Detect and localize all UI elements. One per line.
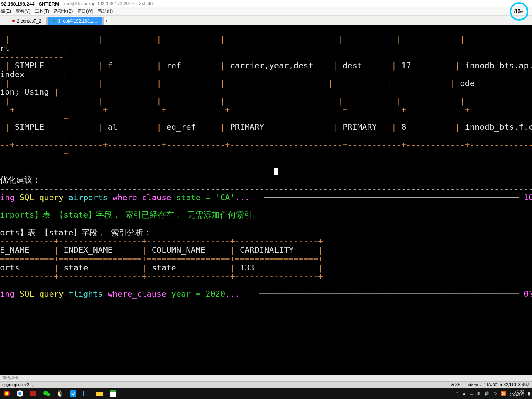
wechat-icon[interactable]	[40, 388, 53, 399]
status-dot-icon	[53, 20, 55, 22]
start-button[interactable]	[0, 388, 13, 399]
vmware-icon[interactable]	[80, 388, 93, 399]
hint-text: 前选项卡	[2, 375, 18, 380]
svg-point-1	[5, 392, 8, 395]
status-ssh: ⬘ SSH2	[451, 382, 466, 387]
taskbar: 🐧 ^ ☁ ▭ ⚞ 🔊 英 S 21:00 2024/1/6 ▮	[0, 388, 532, 399]
status-term: xterm	[468, 383, 478, 387]
host-path: upgroup.com:22。	[2, 382, 36, 388]
tab-row: 2 centos7_2 3 root@192.168.1... +	[0, 16, 532, 25]
menu-bar: 编(E) 查看(V) 工具(T) 选项卡(B) 窗口(W) 帮助(H)	[0, 7, 532, 16]
cpu-value: 86	[514, 8, 521, 15]
menu-window[interactable]: 窗口(W)	[77, 8, 93, 14]
svg-point-3	[18, 392, 21, 395]
explorer-icon[interactable]	[93, 388, 106, 399]
tray-sogou-icon[interactable]: S	[501, 391, 506, 396]
menu-tabs[interactable]: 选项卡(B)	[54, 8, 73, 14]
tray-volume-icon[interactable]: 🔊	[484, 391, 490, 396]
status-sess: 3 会话	[518, 382, 530, 388]
window-title: 92.168.198.244 - SHTERM	[1, 1, 59, 7]
hint-bar: 前选项卡	[0, 375, 532, 381]
tab-add[interactable]: +	[103, 17, 110, 25]
menu-tools[interactable]: 工具(T)	[35, 8, 49, 14]
window-subtitle: root@dbbackup-192-168-176-204:~ - Xshell…	[64, 1, 155, 6]
svg-rect-9	[85, 392, 88, 395]
tab-centos72[interactable]: 2 centos7_2	[7, 17, 47, 25]
svg-point-6	[46, 393, 50, 396]
tab-label: 2 centos7_2	[17, 18, 41, 24]
tray-onedrive-icon[interactable]: ☁	[462, 391, 466, 396]
notepad-icon[interactable]	[106, 388, 120, 399]
tray-wifi-icon[interactable]: ⚞	[477, 391, 481, 396]
svg-rect-11	[110, 390, 116, 392]
tray-arrow-icon[interactable]: ^	[456, 391, 458, 396]
tray-clock[interactable]: 21:00 2024/1/6	[509, 390, 524, 398]
svg-rect-8	[84, 391, 89, 396]
svg-rect-7	[70, 390, 76, 397]
menu-help[interactable]: 帮助(H)	[98, 8, 113, 14]
cpu-percent: %	[521, 10, 524, 14]
plus-icon: +	[105, 18, 108, 24]
svg-rect-4	[30, 391, 36, 396]
tray-notifications-icon[interactable]: ▮	[528, 391, 530, 396]
menu-edit[interactable]: 编(E)	[1, 8, 11, 14]
system-tray: ^ ☁ ▭ ⚞ 🔊 英 S 21:00 2024/1/6 ▮	[454, 390, 532, 398]
status-pos: ⬗ 32,110	[499, 382, 516, 387]
chrome-icon[interactable]	[13, 388, 27, 399]
terminal[interactable]: | | | | | | | | | rt | -------------+ | …	[0, 25, 532, 375]
cpu-gauge: 86%	[510, 2, 528, 21]
app-icon-1[interactable]: 🐧	[53, 388, 66, 399]
status-bar: upgroup.com:22。 ⬘ SSH2 xterm ⌐ 118x32 ⬗ …	[0, 381, 532, 388]
status-size: ⌐ 118x32	[480, 383, 497, 387]
menu-view[interactable]: 查看(V)	[16, 8, 30, 14]
app-icon-2[interactable]	[66, 388, 80, 399]
titlebar: 92.168.198.244 - SHTERM root@dbbackup-19…	[0, 0, 532, 7]
xshell-icon[interactable]	[27, 388, 40, 399]
text-cursor	[274, 168, 278, 175]
tab-root-192[interactable]: 3 root@192.168.1...	[47, 17, 102, 25]
status-dot-icon	[12, 20, 15, 22]
tray-date: 2024/1/6	[509, 393, 524, 398]
tray-ime[interactable]: 英	[493, 391, 497, 396]
tab-label: 3 root@192.168.1...	[58, 18, 97, 24]
tray-battery-icon[interactable]: ▭	[470, 391, 473, 396]
